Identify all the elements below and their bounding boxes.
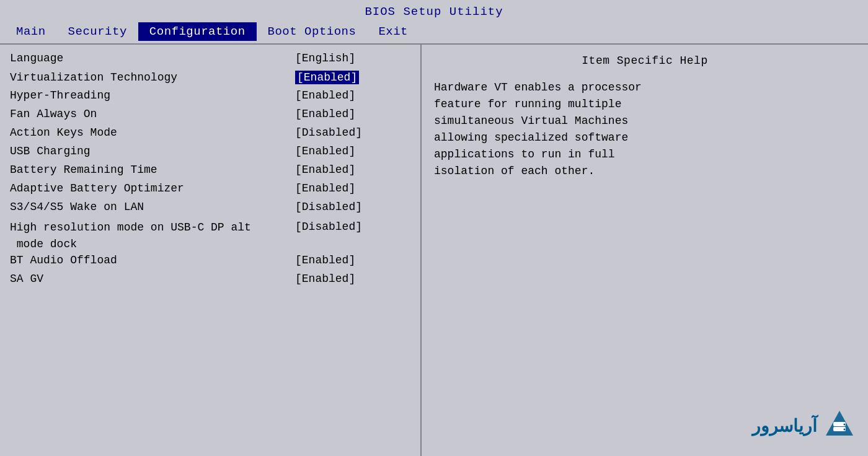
config-row-battery-time[interactable]: Battery Remaining Time [Enabled]	[10, 164, 410, 181]
config-row-language[interactable]: Language [English]	[10, 52, 410, 69]
config-value-wake-lan: [Disabled]	[295, 201, 362, 213]
config-row-wake-lan[interactable]: S3/S4/S5 Wake on LAN [Disabled]	[10, 201, 410, 218]
config-label-high-res: High resolution mode on USB-C DP alt mod…	[10, 219, 295, 253]
config-value-battery-time: [Enabled]	[295, 164, 355, 176]
config-label-usb-charging: USB Charging	[10, 145, 295, 157]
config-value-vt: [Enabled]	[295, 71, 359, 84]
config-value-battery-optimizer: [Enabled]	[295, 182, 355, 195]
config-row-usb-charging[interactable]: USB Charging [Enabled]	[10, 145, 410, 162]
config-label-bt-audio: BT Audio Offload	[10, 254, 295, 266]
menu-boot-options[interactable]: Boot Options	[257, 22, 368, 41]
config-row-action-keys[interactable]: Action Keys Mode [Disabled]	[10, 126, 410, 144]
watermark-text: آریاسرور	[752, 416, 817, 436]
config-value-sa-gv: [Enabled]	[295, 273, 355, 285]
config-label-action-keys: Action Keys Mode	[10, 126, 295, 139]
help-text: Hardware VT enables a processor feature …	[434, 79, 856, 180]
menu-security[interactable]: Security	[57, 22, 138, 41]
config-value-language: [English]	[295, 52, 355, 64]
help-panel: Item Specific Help Hardware VT enables a…	[422, 45, 868, 456]
config-label-ht: Hyper-Threading	[10, 89, 295, 102]
config-value-ht: [Enabled]	[295, 89, 355, 102]
config-row-ht[interactable]: Hyper-Threading [Enabled]	[10, 89, 410, 107]
watermark-icon	[823, 408, 856, 444]
menu-main[interactable]: Main	[5, 22, 57, 41]
title-bar: BIOS Setup Utility	[0, 0, 868, 21]
config-value-usb-charging: [Enabled]	[295, 145, 355, 157]
config-panel: Language [English] Virtualization Techno…	[0, 45, 422, 456]
menu-exit[interactable]: Exit	[367, 22, 419, 41]
config-value-high-res: [Disabled]	[295, 221, 362, 233]
config-label-vt: Virtualization Technology	[10, 71, 295, 84]
config-row-high-res[interactable]: High resolution mode on USB-C DP alt mod…	[10, 219, 410, 253]
config-label-battery-time: Battery Remaining Time	[10, 164, 295, 176]
config-row-vt[interactable]: Virtualization Technology [Enabled]	[10, 71, 410, 88]
config-label-battery-optimizer: Adaptive Battery Optimizer	[10, 182, 295, 195]
help-title: Item Specific Help	[434, 55, 856, 67]
config-row-battery-optimizer[interactable]: Adaptive Battery Optimizer [Enabled]	[10, 182, 410, 200]
config-label-sa-gv: SA GV	[10, 273, 295, 285]
config-row-sa-gv[interactable]: SA GV [Enabled]	[10, 273, 410, 290]
config-row-fan[interactable]: Fan Always On [Enabled]	[10, 108, 410, 125]
svg-point-3	[844, 429, 846, 431]
config-label-fan: Fan Always On	[10, 108, 295, 120]
config-label-language: Language	[10, 52, 295, 64]
config-label-wake-lan: S3/S4/S5 Wake on LAN	[10, 201, 295, 213]
menu-configuration[interactable]: Configuration	[138, 22, 257, 41]
config-value-bt-audio: [Enabled]	[295, 254, 355, 266]
watermark: آریاسرور	[752, 408, 856, 444]
svg-point-2	[844, 424, 846, 426]
bios-title: BIOS Setup Utility	[365, 5, 503, 19]
config-row-bt-audio[interactable]: BT Audio Offload [Enabled]	[10, 254, 410, 271]
config-value-fan: [Enabled]	[295, 108, 355, 120]
menu-bar: Main Security Configuration Boot Options…	[0, 21, 868, 43]
content-area: Language [English] Virtualization Techno…	[0, 43, 868, 456]
config-value-action-keys: [Disabled]	[295, 126, 362, 139]
